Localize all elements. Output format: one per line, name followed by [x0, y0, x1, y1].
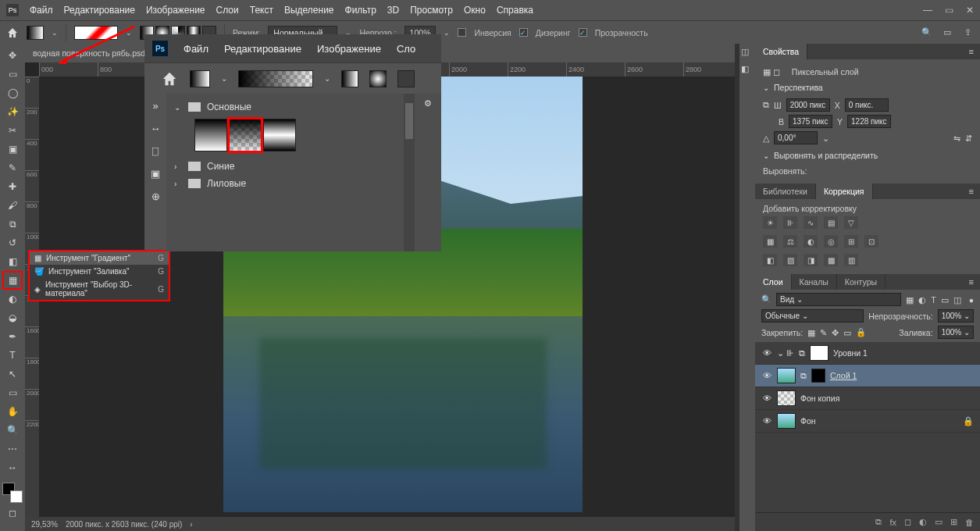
lookup-icon[interactable]: ⊡ — [864, 235, 878, 248]
color-swatches[interactable] — [2, 483, 23, 503]
lock-artboard-icon[interactable]: ▭ — [843, 328, 851, 337]
curves-icon[interactable]: ∿ — [804, 216, 818, 229]
gradient-folder[interactable]: ›Лиловые — [173, 175, 397, 192]
threshold-icon[interactable]: ◨ — [804, 254, 818, 266]
panel-icon[interactable]: ◧ — [741, 64, 754, 77]
layer-mask-icon[interactable]: ◻ — [904, 517, 911, 527]
flyout-item-gradient[interactable]: ▦Инструмент "Градиент"G — [30, 251, 169, 265]
vibrance-icon[interactable]: ▽ — [844, 216, 858, 229]
exposure-icon[interactable]: ▤ — [824, 216, 838, 229]
lock-position-icon[interactable]: ✥ — [832, 328, 839, 337]
menu-select[interactable]: Выделение — [284, 5, 334, 16]
lock-paint-icon[interactable]: ✎ — [820, 328, 827, 337]
invert-icon[interactable]: ◧ — [763, 254, 777, 266]
menu-3d[interactable]: 3D — [387, 5, 399, 16]
stamp-tool[interactable]: ⧉ — [3, 216, 22, 233]
search-icon[interactable]: 🔍 — [761, 294, 772, 305]
new-fill-icon[interactable]: ◐ — [919, 517, 927, 527]
menu-image[interactable]: Изображение — [146, 5, 205, 16]
x-field[interactable] — [845, 98, 889, 112]
panel-menu-icon[interactable]: ≡ — [963, 274, 980, 290]
delete-layer-icon[interactable]: 🗑 — [965, 518, 974, 527]
menu-text[interactable]: Текст — [250, 5, 273, 16]
eraser-tool[interactable]: ◧ — [3, 253, 22, 270]
dodge-tool[interactable]: ◒ — [3, 309, 22, 326]
search-icon[interactable]: 🔍 — [921, 27, 933, 39]
layer-thumbnail[interactable] — [777, 368, 796, 383]
properties-tab[interactable]: Свойства — [755, 44, 807, 59]
zoom-tool[interactable]: 🔍 — [3, 422, 22, 439]
expand-icon[interactable]: » — [152, 100, 158, 112]
gradient-tool[interactable]: ▦ — [3, 272, 22, 289]
flyout-item-paint-bucket[interactable]: 🪣Инструмент "Заливка"G — [30, 265, 169, 278]
hue-icon[interactable]: ▦ — [763, 235, 777, 248]
tool-preset[interactable] — [27, 26, 44, 40]
gradient-preset[interactable] — [194, 119, 227, 151]
path-tool[interactable]: ↖ — [3, 365, 22, 383]
lock-all-icon[interactable]: 🔒 — [856, 327, 866, 337]
menu-view[interactable]: Просмотр — [410, 5, 453, 16]
home-icon[interactable] — [6, 27, 19, 39]
panel-menu-icon[interactable]: ≡ — [963, 184, 980, 199]
gradient-preset-selected[interactable] — [229, 119, 262, 151]
overlay-menu-edit[interactable]: Редактирование — [224, 43, 301, 55]
link-layers-icon[interactable]: ⧉ — [875, 517, 882, 527]
balance-icon[interactable]: ⚖ — [783, 235, 797, 248]
layer-mask[interactable] — [811, 369, 825, 383]
menu-window[interactable]: Окно — [464, 5, 486, 16]
panel-menu-icon[interactable]: ≡ — [963, 44, 980, 59]
visibility-icon[interactable]: 👁 — [761, 416, 772, 426]
flip-v-icon[interactable]: ⇵ — [965, 134, 972, 143]
gear-icon[interactable]: ⚙ — [424, 98, 432, 108]
corrections-tab[interactable]: Коррекция — [816, 184, 873, 199]
panel-scrollbar[interactable] — [404, 94, 415, 251]
shape-tool[interactable]: ▭ — [3, 384, 22, 401]
marquee-tool[interactable]: ▭ — [3, 66, 22, 83]
maximize-icon[interactable]: ▭ — [945, 5, 953, 16]
gradient-preset[interactable] — [263, 119, 296, 151]
linear-gradient-icon[interactable] — [341, 70, 358, 87]
crop-tool[interactable]: ✂ — [3, 122, 22, 139]
transform-section[interactable]: Перспектива — [763, 80, 972, 95]
poster-icon[interactable]: ▨ — [783, 254, 797, 266]
overlay-menu-image[interactable]: Изображение — [317, 43, 381, 55]
radial-gradient-icon[interactable] — [369, 70, 387, 87]
mixer-icon[interactable]: ⊞ — [844, 235, 858, 248]
layer-thumbnail[interactable] — [810, 345, 829, 361]
layer-opacity[interactable]: 100% ⌄ — [938, 309, 974, 323]
menu-help[interactable]: Справка — [497, 5, 533, 16]
map-icon[interactable]: ▩ — [824, 254, 838, 266]
healing-tool[interactable]: ✚ — [3, 178, 22, 195]
arrows-icon[interactable]: ↔ — [151, 123, 161, 134]
close-icon[interactable]: ✕ — [966, 5, 974, 16]
move-tool[interactable]: ✥ — [3, 47, 22, 64]
layer-style-icon[interactable]: fx — [889, 518, 896, 527]
hand-tool[interactable]: ✋ — [3, 403, 22, 420]
dither-checkbox[interactable] — [519, 28, 528, 37]
levels-icon[interactable]: ⊪ — [783, 216, 797, 229]
align-section[interactable]: Выровнять и распределить — [763, 148, 972, 163]
chevron-right-icon[interactable]: › — [190, 520, 192, 529]
layer-thumbnail[interactable] — [777, 390, 796, 406]
flyout-item-3d-material[interactable]: ◈Инструмент "Выбор 3D-материала"G — [30, 278, 169, 300]
bw-icon[interactable]: ◐ — [804, 235, 818, 248]
brush-tool[interactable]: 🖌 — [3, 197, 22, 214]
layer-fill[interactable]: 100% ⌄ — [938, 326, 974, 339]
filter-pixel-icon[interactable]: ▦ — [906, 295, 914, 305]
layer-thumbnail[interactable] — [777, 413, 796, 429]
menu-file[interactable]: Файл — [30, 5, 53, 16]
filter-adjust-icon[interactable]: ◐ — [918, 295, 926, 305]
share-icon[interactable]: ⇪ — [961, 27, 974, 39]
more-tools[interactable]: ⋯ — [3, 440, 22, 458]
paths-tab[interactable]: Контуры — [837, 274, 886, 290]
chevron-down-icon[interactable]: ⌄ — [52, 29, 58, 37]
gradient-preview[interactable] — [238, 70, 313, 87]
angle-field[interactable] — [774, 131, 818, 144]
visibility-icon[interactable]: 👁 — [761, 348, 772, 358]
libraries-tab[interactable]: Библиотеки — [755, 184, 816, 199]
quickmask-icon[interactable]: ◻ — [3, 504, 22, 522]
new-group-icon[interactable]: ▭ — [935, 517, 943, 527]
brightness-icon[interactable]: ☀ — [763, 216, 777, 229]
gradient-folder[interactable]: ⌄Основные — [173, 98, 397, 116]
filter-toggle[interactable]: ● — [969, 295, 974, 305]
